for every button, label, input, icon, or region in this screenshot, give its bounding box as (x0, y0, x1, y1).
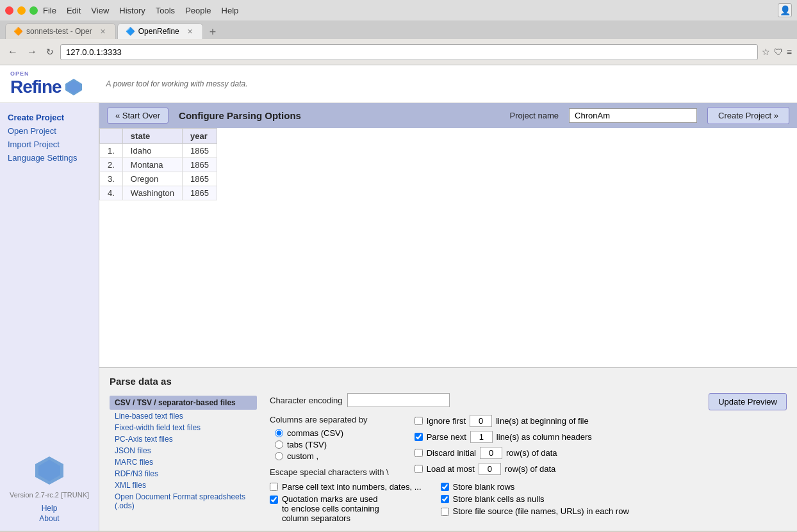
help-link[interactable]: Help (5, 504, 94, 513)
ignore-first-checkbox[interactable] (415, 417, 423, 425)
browser-chrome: File Edit View History Tools People Help… (0, 0, 797, 65)
char-encoding-row: Character encoding (270, 393, 629, 407)
reload-button[interactable]: ↻ (44, 45, 56, 58)
radio-commas-input[interactable] (275, 429, 283, 437)
minimize-button[interactable] (17, 6, 26, 15)
file-type-pcaxis[interactable]: PC-Axis text files (110, 434, 257, 444)
logo-diamond-icon (64, 77, 83, 97)
sidebar-item-create-project[interactable]: Create Project (5, 111, 94, 124)
menu-icon[interactable]: ≡ (787, 47, 792, 57)
user-icon[interactable]: 👤 (778, 3, 792, 17)
start-over-button[interactable]: « Start Over (107, 108, 168, 124)
right-bottom-checkboxes: Store blank rows Store blank cells as nu… (441, 482, 629, 523)
browser-titlebar: File Edit View History Tools People Help… (0, 0, 797, 20)
radio-tabs[interactable]: tabs (TSV) (275, 440, 389, 449)
sidebar-item-language-settings[interactable]: Language Settings (5, 151, 94, 165)
config-title: Configure Parsing Options (179, 110, 499, 121)
quotation-marks-checkbox[interactable] (270, 496, 278, 504)
forward-button[interactable]: → (24, 45, 40, 59)
menu-tools[interactable]: Tools (156, 6, 175, 15)
discard-initial-checkbox[interactable] (415, 449, 423, 457)
menu-view[interactable]: View (91, 6, 109, 15)
load-at-most-label: Load at most (427, 464, 475, 474)
menu-people[interactable]: People (185, 6, 211, 15)
radio-commas[interactable]: commas (CSV) (275, 428, 389, 438)
store-blank-rows-label: Store blank rows (453, 482, 515, 492)
preview-area: state year 1. Idaho 1865 2. Montana 1865… (99, 128, 797, 367)
csv-tsv-header[interactable]: CSV / TSV / separator-based files (110, 396, 257, 410)
char-encoding-label: Character encoding (270, 396, 342, 405)
update-preview-button[interactable]: Update Preview (709, 393, 787, 410)
ignore-first-input[interactable] (470, 415, 492, 427)
discard-initial-row: Discard initial row(s) of data (415, 447, 592, 459)
parse-next-checkbox[interactable] (415, 433, 423, 441)
store-file-source-checkbox[interactable] (441, 508, 449, 516)
file-type-marc[interactable]: MARC files (110, 457, 257, 467)
state-cell: Washington (122, 186, 182, 200)
menu-edit[interactable]: Edit (67, 6, 81, 15)
parse-cell-row: Parse cell text into numbers, dates, ... (270, 482, 422, 492)
parse-next-row: Parse next line(s) as column headers (415, 431, 592, 443)
bookmark-icon[interactable]: ☆ (762, 47, 770, 57)
store-file-source-row: Store file source (file names, URLs) in … (441, 506, 629, 516)
year-header: year (183, 129, 217, 144)
file-type-rdfn3[interactable]: RDF/N3 files (110, 469, 257, 479)
year-cell: 1865 (183, 144, 217, 158)
radio-tabs-input[interactable] (275, 440, 283, 449)
about-link[interactable]: About (5, 514, 94, 523)
radio-custom[interactable]: custom , (275, 451, 389, 461)
table-row: 1. Idaho 1865 (100, 144, 217, 158)
load-at-most-input[interactable] (479, 463, 501, 475)
project-name-input[interactable] (569, 108, 697, 123)
tab-openrefine[interactable]: 🔷 OpenRefine ✕ (117, 23, 203, 39)
menu-file[interactable]: File (43, 6, 56, 15)
store-blank-rows-checkbox[interactable] (441, 483, 449, 491)
store-blank-cells-label: Store blank cells as nulls (453, 494, 545, 504)
config-bar: « Start Over Configure Parsing Options P… (99, 103, 797, 128)
logo-tagline: A power tool for working with messy data… (106, 79, 248, 88)
file-type-ods[interactable]: Open Document Format spreadsheets (.ods) (110, 492, 257, 511)
sidebar-item-open-project[interactable]: Open Project (5, 124, 94, 138)
radio-custom-label: custom , (287, 451, 318, 461)
version-text: Version 2.7-rc.2 [TRUNK] (5, 491, 94, 499)
sidebar-nav: Create Project Open Project Import Proje… (5, 111, 94, 165)
radio-tabs-label: tabs (TSV) (287, 440, 327, 449)
table-row: 4. Washington 1865 (100, 186, 217, 200)
year-cell: 1865 (183, 172, 217, 186)
parse-next-suffix: line(s) as column headers (497, 432, 592, 442)
tab-close-sonnets[interactable]: ✕ (99, 27, 108, 36)
back-button[interactable]: ← (5, 45, 21, 59)
new-tab-button[interactable]: + (204, 25, 222, 39)
file-type-line-based[interactable]: Line-based text files (110, 411, 257, 421)
sidebar: Create Project Open Project Import Proje… (0, 103, 99, 531)
tab-sonnets[interactable]: 🔶 sonnets-test - Oper ✕ (5, 23, 116, 39)
parse-next-label: Parse next (427, 432, 466, 442)
address-input[interactable] (60, 44, 758, 60)
address-bar: ← → ↻ ☆ 🛡 ≡ (0, 39, 797, 65)
sidebar-item-import-project[interactable]: Import Project (5, 138, 94, 151)
row-number-header (100, 129, 123, 144)
load-at-most-checkbox[interactable] (415, 465, 423, 473)
project-name-label: Project name (509, 111, 559, 120)
menu-help[interactable]: Help (222, 6, 239, 15)
menu-history[interactable]: History (119, 6, 145, 15)
char-encoding-input[interactable] (347, 393, 450, 407)
file-type-fixed-width[interactable]: Fixed-width field text files (110, 423, 257, 433)
file-type-json[interactable]: JSON files (110, 446, 257, 456)
discard-initial-input[interactable] (480, 447, 502, 459)
tab-favicon-sonnets: 🔶 (13, 27, 22, 36)
file-type-xml[interactable]: XML files (110, 480, 257, 490)
store-blank-cells-checkbox[interactable] (441, 495, 449, 503)
load-at-most-row: Load at most row(s) of data (415, 463, 592, 475)
tab-close-openrefine[interactable]: ✕ (186, 27, 195, 36)
radio-group: commas (CSV) tabs (TSV) (275, 428, 389, 461)
close-button[interactable] (5, 6, 13, 15)
maximize-button[interactable] (29, 6, 38, 15)
radio-custom-input[interactable] (275, 452, 283, 460)
sidebar-wrapper: Create Project Open Project Import Proje… (5, 111, 94, 523)
parse-cell-checkbox[interactable] (270, 483, 278, 491)
year-cell: 1865 (183, 186, 217, 200)
parse-next-input[interactable] (470, 431, 493, 443)
logo-bar: OPEN Refine A power tool for working wit… (0, 65, 797, 103)
create-project-button[interactable]: Create Project » (707, 107, 789, 124)
